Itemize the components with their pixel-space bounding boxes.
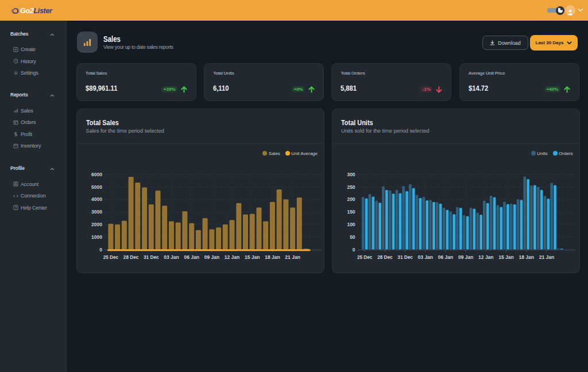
svg-text:6000: 6000 [91, 172, 102, 177]
svg-text:28 Dec: 28 Dec [123, 254, 139, 260]
svg-text:300: 300 [347, 172, 355, 177]
svg-text:18 Jan: 18 Jan [519, 254, 534, 260]
svg-text:250: 250 [347, 184, 355, 190]
svg-text:31 Dec: 31 Dec [144, 254, 158, 260]
svg-text:15 Jan: 15 Jan [498, 254, 514, 260]
svg-text:03 Jan: 03 Jan [164, 254, 179, 260]
svg-text:12 Jan: 12 Jan [225, 254, 240, 260]
svg-text:1000: 1000 [91, 234, 102, 240]
svg-text:3000: 3000 [91, 209, 102, 215]
svg-text:18 Jan: 18 Jan [265, 254, 280, 260]
svg-text:50: 50 [350, 234, 355, 240]
svg-text:21 Jan: 21 Jan [285, 254, 300, 260]
svg-text:31 Dec: 31 Dec [397, 254, 413, 260]
svg-text:12 Jan: 12 Jan [478, 254, 494, 260]
svg-text:03 Jan: 03 Jan [417, 254, 433, 260]
svg-text:06 Jan: 06 Jan [184, 254, 199, 260]
svg-text:09 Jan: 09 Jan [458, 254, 473, 260]
svg-text:0: 0 [352, 247, 355, 253]
svg-text:2000: 2000 [91, 222, 102, 227]
svg-text:25 Dec: 25 Dec [103, 254, 119, 260]
svg-text:100: 100 [347, 222, 355, 227]
svg-text:5000: 5000 [91, 184, 102, 190]
svg-text:28 Dec: 28 Dec [377, 254, 393, 260]
svg-text:25 Dec: 25 Dec [357, 254, 372, 260]
svg-text:15 Jan: 15 Jan [245, 254, 260, 260]
svg-text:09 Jan: 09 Jan [204, 254, 220, 260]
svg-text:150: 150 [347, 209, 355, 215]
svg-text:21 Jan: 21 Jan [539, 254, 554, 260]
svg-text:0: 0 [99, 247, 102, 253]
svg-text:200: 200 [347, 196, 355, 202]
svg-text:06 Jan: 06 Jan [438, 254, 453, 260]
svg-text:4000: 4000 [91, 196, 102, 202]
